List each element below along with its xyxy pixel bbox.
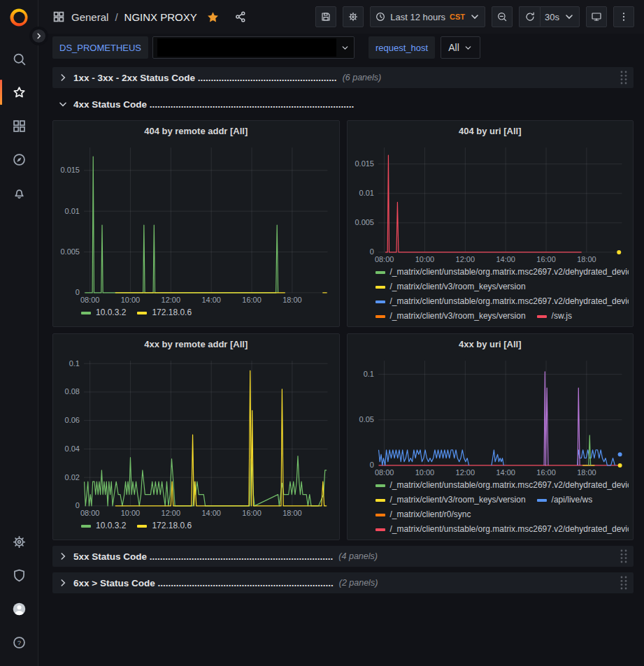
chevron-right-icon [58,551,68,561]
series-label: /_matrix/client/unstable/org.matrix.msc2… [390,296,629,307]
row-1xx-3xx-2xx[interactable]: 1xx - 3xx - 2xx Status Code ............… [52,67,634,88]
grafana-logo-icon[interactable] [8,7,29,28]
sidebar-item-configuration[interactable] [0,525,38,558]
legend-item[interactable]: /sw.js [537,310,572,322]
drag-handle-icon[interactable] [618,70,629,85]
svg-text:12:00: 12:00 [455,468,474,477]
favorite-star-icon[interactable] [206,10,220,24]
request-host-label[interactable]: request_host [368,36,435,59]
row-title: 4xx Status Code ........................… [73,99,354,110]
panel-title[interactable]: 4xx by uri [All] [352,334,629,354]
datasource-picker[interactable] [152,36,355,59]
row-4xx[interactable]: 4xx Status Code ........................… [52,94,634,115]
svg-text:0.04: 0.04 [65,444,80,453]
series-color-swatch [81,525,91,528]
datasource-label[interactable]: DS_PROMETHEUS [52,36,148,59]
series-color-swatch [81,312,91,314]
row-5xx[interactable]: 5xx Status Code ........................… [52,546,634,567]
svg-text:12:00: 12:00 [455,255,474,263]
timeseries-chart[interactable]: 00.0050.010.01508:0010:0012:0014:0016:00… [352,140,629,265]
svg-text:14:00: 14:00 [496,255,515,263]
share-icon[interactable] [234,10,247,23]
legend-item[interactable]: /api/live/ws [537,494,593,506]
refresh-button[interactable] [519,6,540,27]
series-label: 10.0.3.2 [96,307,126,319]
svg-text:0.005: 0.005 [355,218,373,226]
refresh-group: 30s [519,6,580,27]
series-label: /_matrix/client/unstable/org.matrix.msc2… [390,479,629,491]
row-6xx[interactable]: 6xx > Status Code ......................… [52,572,634,593]
drag-handle-icon[interactable] [618,549,629,564]
legend-item[interactable]: /_matrix/client/unstable/org.matrix.msc2… [375,479,629,491]
request-host-value: All [448,42,459,53]
panel-4xx-by-uri: 4xx by uri [All] 00.050.108:0010:0012:00… [347,333,634,540]
row-panel-count: (6 panels) [343,73,382,82]
sidebar-item-server-admin[interactable] [0,558,38,592]
sidebar-item-explore[interactable] [0,143,38,176]
series-label: /_matrix/client/v3/room_keys/version [390,494,526,506]
gear-icon [12,535,27,549]
svg-text:0: 0 [76,501,80,509]
panel-title[interactable]: 404 by remote addr [All] [57,121,335,140]
svg-text:0.015: 0.015 [61,166,80,174]
series-color-swatch [375,484,385,487]
timeseries-chart[interactable]: 00.020.040.060.080.108:0010:0012:0014:00… [57,354,335,519]
active-indicator [0,80,2,105]
chevron-down-icon [464,43,473,52]
chevron-right-icon [35,32,43,40]
sidebar-expand-button[interactable] [29,27,48,45]
svg-text:08:00: 08:00 [80,296,99,304]
svg-text:12:00: 12:00 [162,509,180,517]
panel-legend: /_matrix/client/unstable/org.matrix.msc2… [352,478,629,537]
svg-text:12:00: 12:00 [162,296,180,304]
series-label: /_matrix/client/unstable/org.matrix.msc2… [390,523,629,535]
legend-item[interactable]: /_matrix/client/v3/room_keys/version [375,310,526,322]
legend-item[interactable]: /_matrix/client/unstable/org.matrix.msc2… [375,266,629,278]
legend-item[interactable]: 172.18.0.6 [137,307,192,319]
request-host-select[interactable]: All [441,36,480,59]
kebab-menu-icon [618,11,629,22]
timeseries-chart[interactable]: 00.050.108:0010:0012:0014:0016:0018:00 [352,354,629,478]
drag-handle-icon[interactable] [618,575,629,591]
legend-item[interactable]: /_matrix/client/unstable/org.matrix.msc2… [375,523,629,535]
refresh-interval-dropdown[interactable]: 30s [540,6,580,27]
sidebar-item-starred[interactable] [0,75,38,109]
zoom-out-button[interactable] [492,6,513,27]
sidebar-item-dashboards[interactable] [0,109,38,143]
breadcrumb-section[interactable]: General [71,11,108,23]
sidebar-item-search[interactable] [0,42,38,75]
svg-text:08:00: 08:00 [374,468,393,477]
dashboard-submenu: DS_PROMETHEUS request_host All [38,34,644,61]
svg-text:18:00: 18:00 [577,468,596,477]
sidebar: ? [0,0,38,666]
legend-item[interactable]: /_matrix/client/v3/room_keys/version [375,494,526,506]
svg-text:10:00: 10:00 [121,509,140,517]
sidebar-item-profile[interactable] [0,592,38,625]
legend-item[interactable]: /_matrix/client/unstable/org.matrix.msc2… [375,296,629,307]
legend-item[interactable]: 10.0.3.2 [81,307,126,319]
series-label: /_matrix/client/v3/room_keys/version [390,281,526,293]
dashboard-title[interactable]: NGINX PROXY [124,11,197,23]
legend-item[interactable]: /_matrix/client/r0/sync [375,509,471,521]
more-options-button[interactable] [613,6,634,27]
svg-text:16:00: 16:00 [242,296,261,304]
panel-title[interactable]: 404 by uri [All] [352,121,629,140]
save-dashboard-button[interactable] [315,6,336,27]
shield-icon [12,568,27,583]
legend-item[interactable]: 10.0.3.2 [81,520,126,532]
panel-404-by-uri: 404 by uri [All] 00.0050.010.01508:0010:… [347,120,634,327]
sidebar-item-alerting[interactable] [0,176,38,210]
timeseries-chart[interactable]: 00.0050.010.01508:0010:0012:0014:0016:00… [57,140,335,305]
tv-mode-button[interactable] [586,6,607,27]
legend-item[interactable]: 172.18.0.6 [137,520,192,532]
sidebar-item-help[interactable]: ? [0,625,38,659]
chevron-down-icon [58,99,68,109]
svg-text:18:00: 18:00 [577,255,596,263]
time-range-picker[interactable]: Last 12 hours CST [370,6,485,27]
dashboard-settings-button[interactable] [343,6,364,27]
panel-title[interactable]: 4xx by remote addr [All] [57,334,335,354]
svg-text:16:00: 16:00 [536,468,555,477]
search-icon [12,52,27,66]
legend-item[interactable]: /_matrix/client/v3/room_keys/version [375,281,526,293]
panel-404-by-remote-addr: 404 by remote addr [All] 00.0050.010.015… [52,120,340,327]
